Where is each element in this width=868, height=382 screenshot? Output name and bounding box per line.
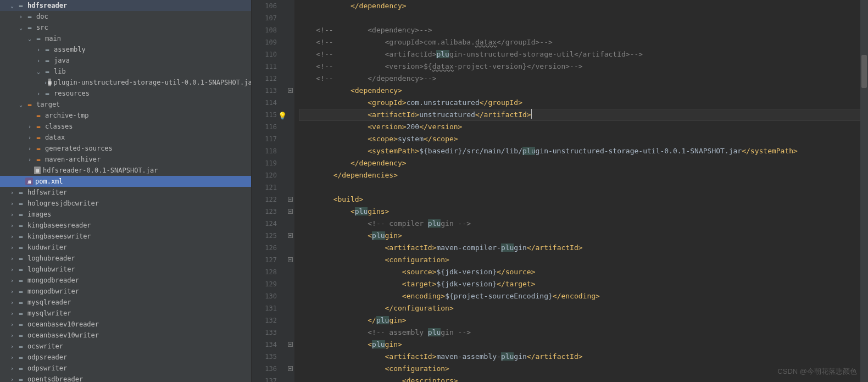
expand-arrow-icon[interactable]: ⌄ (9, 3, 15, 9)
code-line[interactable]: </configuration> (299, 302, 860, 314)
expand-arrow-icon[interactable]: › (9, 256, 15, 262)
code-line[interactable]: <!-- <version>${datax-project-version}</… (299, 60, 860, 73)
expand-arrow-icon[interactable]: › (35, 58, 42, 64)
tree-item[interactable]: ›▬java (0, 55, 251, 66)
scrollbar-thumb[interactable] (861, 55, 867, 88)
expand-arrow-icon[interactable]: › (9, 267, 15, 273)
code-line[interactable]: <configuration> (299, 363, 860, 375)
tree-item[interactable]: ›▬maven-archiver (0, 154, 251, 165)
expand-arrow-icon[interactable]: › (9, 278, 15, 284)
tree-item[interactable]: ›▬assembly (0, 44, 251, 55)
code-line[interactable]: <artifactId>maven-assembly-plugin</artif… (299, 351, 860, 363)
tree-item[interactable]: ›▬kuduwriter (0, 242, 251, 253)
expand-arrow-icon[interactable]: › (9, 377, 15, 383)
tree-item[interactable]: ›▬mysqlwriter (0, 308, 251, 319)
tree-item[interactable]: ›▬resources (0, 88, 251, 99)
expand-arrow-icon[interactable]: › (35, 47, 42, 53)
expand-arrow-icon[interactable]: › (26, 124, 33, 130)
tree-item[interactable]: ›▬generated-sources (0, 143, 251, 154)
tree-item[interactable]: ›▬hdfswriter (0, 187, 251, 198)
expand-arrow-icon[interactable]: › (18, 14, 24, 20)
code-line[interactable]: <configuration> (299, 254, 860, 266)
intention-bulb-icon[interactable]: 💡 (278, 110, 287, 122)
fold-toggle-icon[interactable]: − (288, 88, 293, 93)
expand-arrow-icon[interactable]: ⌄ (26, 36, 33, 42)
fold-toggle-icon[interactable]: − (288, 209, 293, 214)
expand-arrow-icon[interactable]: › (9, 223, 15, 229)
code-line[interactable]: <!-- <artifactId>plugin-unstructured-sto… (299, 48, 860, 60)
fold-toggle-icon[interactable]: − (288, 257, 293, 262)
code-area[interactable]: </dependency> <!-- <dependency>--> <!-- … (294, 0, 860, 382)
expand-arrow-icon[interactable]: › (9, 355, 15, 361)
code-line[interactable]: <build> (299, 193, 860, 206)
code-line[interactable] (299, 12, 860, 24)
tree-item[interactable]: ⌄▬target (0, 99, 251, 110)
code-line[interactable]: </dependencies> (299, 169, 860, 181)
expand-arrow-icon[interactable]: ⌄ (35, 69, 42, 75)
tree-item[interactable]: ›▬doc (0, 11, 251, 22)
expand-arrow-icon[interactable]: › (9, 212, 15, 218)
expand-arrow-icon[interactable]: ⌄ (18, 25, 24, 31)
code-line[interactable]: </dependency> (299, 0, 860, 12)
tree-item[interactable]: ⌄▬hdfsreader (0, 0, 251, 11)
code-line[interactable]: <artifactId>maven-compiler-plugin</artif… (299, 242, 860, 254)
code-line[interactable]: </dependency> (299, 157, 860, 169)
expand-arrow-icon[interactable]: › (44, 80, 47, 86)
code-line[interactable]: <plugins> (299, 206, 860, 218)
code-line[interactable]: <plugin> (299, 230, 860, 242)
tree-item[interactable]: ⌄▬lib (0, 66, 251, 77)
tree-item[interactable]: ›▬kingbaseesreader (0, 220, 251, 231)
code-line[interactable]: <!-- compiler plugin --> (299, 218, 860, 230)
expand-arrow-icon[interactable]: › (9, 366, 15, 372)
tree-item[interactable]: ›▬oceanbasev10reader (0, 319, 251, 330)
code-line[interactable]: <!-- <groupId>com.alibaba.datax</groupId… (299, 36, 860, 48)
code-line[interactable]: <systemPath>${basedir}/src/main/lib/plug… (299, 145, 860, 157)
expand-arrow-icon[interactable]: › (26, 146, 33, 152)
fold-toggle-icon[interactable]: − (288, 233, 293, 238)
code-line[interactable]: </plugin> (299, 314, 860, 326)
fold-gutter[interactable]: −−−−−−− (287, 0, 294, 382)
tree-item[interactable]: ›▬ocswriter (0, 341, 251, 352)
tree-item[interactable]: ›▬kingbaseeswriter (0, 231, 251, 242)
tree-item[interactable]: ⌄▬main (0, 33, 251, 44)
expand-arrow-icon[interactable]: › (9, 190, 15, 196)
tree-item[interactable]: ›▬mysqlreader (0, 297, 251, 308)
tree-item[interactable]: ›▬datax (0, 132, 251, 143)
expand-arrow-icon[interactable]: › (9, 245, 15, 251)
code-line[interactable] (299, 181, 860, 193)
code-line[interactable]: <!-- assembly plugin --> (299, 326, 860, 339)
fold-toggle-icon[interactable]: − (288, 197, 293, 202)
tree-item[interactable]: ›▬classes (0, 121, 251, 132)
expand-arrow-icon[interactable]: ⌄ (18, 102, 24, 108)
tree-item[interactable]: ›▬loghubwriter (0, 264, 251, 275)
tree-item[interactable]: ▬archive-tmp (0, 110, 251, 121)
expand-arrow-icon[interactable]: › (9, 344, 15, 350)
tree-item[interactable]: ⌄▬src (0, 22, 251, 33)
expand-arrow-icon[interactable]: › (26, 157, 33, 163)
code-line[interactable]: <groupId>com.unstrucatured</groupId> (299, 97, 860, 109)
tree-item[interactable]: ›▬images (0, 209, 251, 220)
tree-item[interactable]: ›▬loghubreader (0, 253, 251, 264)
project-tree-sidebar[interactable]: ⌄▬hdfsreader›▬doc⌄▬src⌄▬main›▬assembly›▬… (0, 0, 252, 382)
expand-arrow-icon[interactable]: › (9, 201, 15, 207)
code-line[interactable]: <version>200</version> (299, 121, 860, 133)
expand-arrow-icon[interactable]: › (9, 311, 15, 317)
code-line[interactable]: <!-- </dependency>--> (299, 73, 860, 85)
code-line[interactable]: <dependency> (299, 85, 860, 97)
code-line[interactable]: <descriptors> (299, 375, 860, 382)
tree-item[interactable]: ›▬odpswriter (0, 363, 251, 374)
code-editor[interactable]: 106107108109110111112113114115💡116117118… (252, 0, 868, 382)
editor-scrollbar[interactable] (860, 0, 868, 382)
expand-arrow-icon[interactable]: › (9, 289, 15, 295)
fold-toggle-icon[interactable]: − (288, 342, 293, 347)
expand-arrow-icon[interactable]: › (9, 234, 15, 240)
expand-arrow-icon[interactable]: › (9, 300, 15, 306)
code-line[interactable]: <plugin> (299, 339, 860, 351)
tree-item[interactable]: ›▤plugin-unstructured-storage-util-0.0.1… (0, 77, 251, 88)
tree-item[interactable]: ›▬mongodbreader (0, 275, 251, 286)
tree-item[interactable]: ›▬odpsreader (0, 352, 251, 363)
tree-item[interactable]: ▤hdfsreader-0.0.1-SNAPSHOT.jar (0, 165, 251, 176)
tree-item[interactable]: mpom.xml (0, 176, 251, 187)
tree-item[interactable]: ›▬opentsdbreader (0, 374, 251, 382)
code-line[interactable]: <target>${jdk-version}</target> (299, 278, 860, 290)
